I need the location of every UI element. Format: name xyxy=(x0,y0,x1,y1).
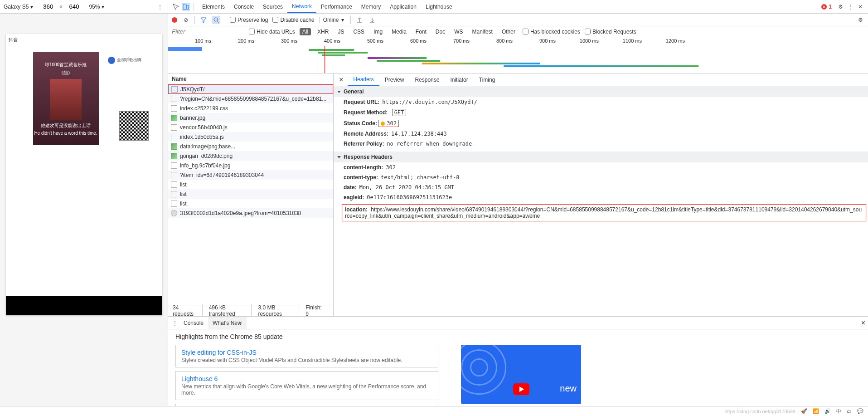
request-row[interactable]: index.c2522199.css xyxy=(168,103,333,113)
general-section-header[interactable]: General xyxy=(334,86,868,97)
filter-type-xhr[interactable]: XHR xyxy=(315,28,331,35)
inspect-icon[interactable] xyxy=(172,3,180,11)
more-icon[interactable]: ⋮ xyxy=(846,3,854,11)
divider xyxy=(350,16,351,24)
detail-tab-preview[interactable]: Preview xyxy=(379,73,410,86)
filter-type-media[interactable]: Media xyxy=(389,28,409,35)
tab-application[interactable]: Application xyxy=(385,0,421,13)
throttling-select[interactable]: Online ▾ xyxy=(319,17,344,23)
record-icon[interactable] xyxy=(172,17,177,23)
toggle-device-icon[interactable] xyxy=(182,3,190,11)
close-details-icon[interactable]: × xyxy=(335,76,347,84)
filter-icon[interactable] xyxy=(199,16,208,24)
video-poster: 球1000首宝藏音乐推 《囍》 他这次可是没能说出上话 He didn't ha… xyxy=(33,52,99,145)
disable-cache-checkbox[interactable]: Disable cache xyxy=(272,17,314,23)
whatsnew-video-tile[interactable]: new xyxy=(461,345,581,404)
tab-performance[interactable]: Performance xyxy=(316,0,357,13)
settings-icon[interactable]: ⚙ xyxy=(836,3,844,11)
waterfall-overview[interactable]: 100 ms200 ms300 ms400 ms500 ms600 ms700 … xyxy=(168,37,868,73)
whatsnew-card[interactable]: Style editing for CSS-in-JSStyles create… xyxy=(175,345,438,367)
request-row[interactable]: data:image/png;base... xyxy=(168,142,333,151)
filter-type-doc[interactable]: Doc xyxy=(433,28,448,35)
detail-tab-response[interactable]: Response xyxy=(409,73,445,86)
preserve-log-checkbox[interactable]: Preserve log xyxy=(230,17,268,23)
filter-type-manifest[interactable]: Manifest xyxy=(470,28,495,35)
search-icon[interactable] xyxy=(212,16,220,24)
error-count-badge[interactable]: ×1 xyxy=(820,3,832,10)
tab-console[interactable]: Console xyxy=(229,0,258,13)
clear-icon[interactable]: ⊘ xyxy=(182,16,190,24)
upload-har-icon[interactable] xyxy=(355,16,364,24)
has-blocked-cookies-checkbox[interactable]: Has blocked cookies xyxy=(523,29,580,35)
tray-network-icon[interactable]: 📶 xyxy=(813,408,819,414)
app-badge: 抖音 xyxy=(9,37,18,43)
poster-line: He didn't have a word this time. xyxy=(34,131,97,136)
ruler-tick: 600 ms xyxy=(410,38,427,44)
whatsnew-card[interactable]: Lighthouse 6New metrics that align with … xyxy=(175,371,438,400)
drawer-more-icon[interactable]: ⋮ xyxy=(171,319,179,327)
request-list: Name J5XQydT/?region=CN&mid=685855099884… xyxy=(168,73,334,316)
request-name: vendor.56b40040.js xyxy=(180,124,228,131)
request-row[interactable]: list xyxy=(168,180,333,189)
tray-battery-icon[interactable]: 🗂 xyxy=(847,409,852,414)
close-whatsnew-icon[interactable]: × xyxy=(239,320,242,326)
viewport-height-input[interactable] xyxy=(69,3,84,10)
filter-type-css[interactable]: CSS xyxy=(350,28,367,35)
status-code-value: 302 xyxy=(387,120,397,127)
request-row[interactable]: list xyxy=(168,189,333,199)
filter-bar: Hide data URLs AllXHRJSCSSImgMediaFontDo… xyxy=(168,26,868,37)
blocked-requests-checkbox[interactable]: Blocked Requests xyxy=(585,29,636,35)
request-row[interactable]: J5XQydT/ xyxy=(168,84,333,94)
network-settings-icon[interactable]: ⚙ xyxy=(856,16,864,24)
tray-input-icon[interactable]: 中 xyxy=(836,408,841,415)
tab-sources[interactable]: Sources xyxy=(258,0,287,13)
zoom-select[interactable]: 95% ▾ xyxy=(89,4,104,10)
svg-rect-1 xyxy=(187,5,189,10)
detail-tab-headers[interactable]: Headers xyxy=(348,73,379,86)
drawer-tab-whatsnew[interactable]: What's New × xyxy=(208,317,247,329)
request-row[interactable]: ?region=CN&mid=6858550998848572167&u_cod… xyxy=(168,94,333,103)
download-har-icon[interactable] xyxy=(368,16,376,24)
status-code-label: Status Code: xyxy=(344,120,377,127)
ruler-tick: 300 ms xyxy=(281,38,297,44)
tray-notifications-icon[interactable]: 💬 xyxy=(857,408,863,414)
request-row[interactable]: 3193f0002d1d1a4020e9a.jpeg?from=40105310… xyxy=(168,208,333,218)
request-row[interactable]: banner.jpg xyxy=(168,113,333,122)
page-footer xyxy=(6,296,162,315)
document-file-icon xyxy=(171,105,177,112)
drawer-tab-console[interactable]: Console xyxy=(179,317,208,329)
viewport-width-input[interactable] xyxy=(38,3,53,10)
name-column-header[interactable]: Name xyxy=(168,73,333,84)
filter-type-font[interactable]: Font xyxy=(413,28,429,35)
filter-type-js[interactable]: JS xyxy=(335,28,347,35)
request-row[interactable]: vendor.56b40040.js xyxy=(168,122,333,132)
tab-lighthouse[interactable]: Lighthouse xyxy=(421,0,457,13)
filter-type-img[interactable]: Img xyxy=(371,28,385,35)
filter-type-all[interactable]: All xyxy=(300,28,311,35)
request-row[interactable]: list xyxy=(168,199,333,208)
device-select[interactable]: Galaxy S5 ▾ xyxy=(4,4,33,10)
filter-input[interactable] xyxy=(172,28,244,35)
request-row[interactable]: index.1d50cb5a.js xyxy=(168,132,333,142)
ruler-tick: 200 ms xyxy=(238,38,254,44)
detail-tab-initiator[interactable]: Initiator xyxy=(445,73,473,86)
profile-side: 全程听歌出啊 xyxy=(108,57,158,64)
filter-type-ws[interactable]: WS xyxy=(451,28,466,35)
response-headers-section-header[interactable]: Response Headers xyxy=(334,152,868,162)
tray-volume-icon[interactable]: 🔊 xyxy=(824,408,831,414)
tab-elements[interactable]: Elements xyxy=(198,0,229,13)
image-file-icon xyxy=(171,115,177,121)
request-row[interactable]: ?item_ids=6874901946189303044 xyxy=(168,170,333,180)
tray-rocket-icon[interactable]: 🚀 xyxy=(801,408,807,414)
request-row[interactable]: gongan_d0289dc.png xyxy=(168,151,333,161)
close-devtools-icon[interactable]: ✕ xyxy=(856,3,864,11)
request-row[interactable]: info_bg.9c7bf04e.jpg xyxy=(168,161,333,170)
filter-type-other[interactable]: Other xyxy=(499,28,518,35)
hide-data-urls-checkbox[interactable]: Hide data URLs xyxy=(249,29,295,35)
tab-memory[interactable]: Memory xyxy=(357,0,385,13)
drawer-close-icon[interactable]: × xyxy=(861,319,865,327)
device-more-icon[interactable]: ⋮ xyxy=(156,3,164,11)
detail-tab-timing[interactable]: Timing xyxy=(474,73,501,86)
network-status-bar: 34 requests 496 kB transferred 3.0 MB re… xyxy=(168,305,333,316)
tab-network[interactable]: Network xyxy=(287,0,316,13)
